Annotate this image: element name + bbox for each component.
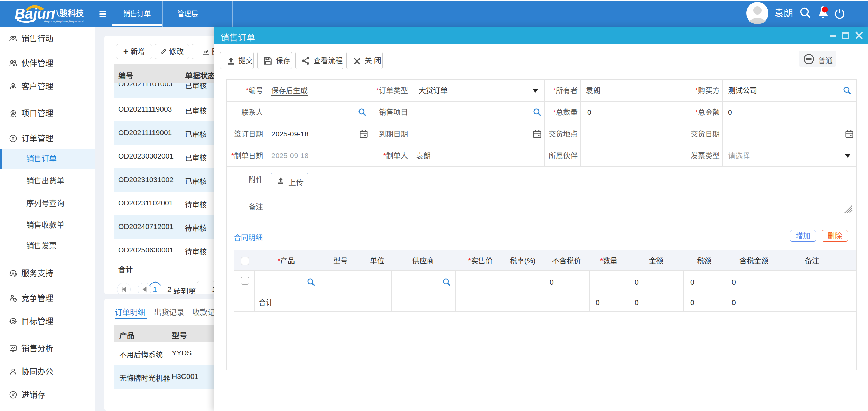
svg-text:Anyone,Anytime,Anywhere!: Anyone,Anytime,Anywhere! [44, 19, 84, 23]
svg-text:袁朗: 袁朗 [774, 8, 793, 19]
svg-text:八骏科技: 八骏科技 [52, 9, 84, 18]
